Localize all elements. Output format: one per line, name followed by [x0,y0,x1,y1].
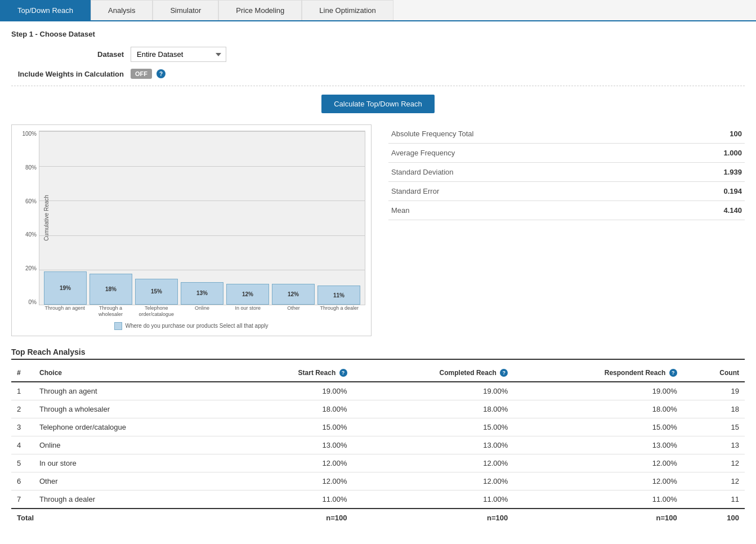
reach-cell-3-2: 13.00% [231,436,353,454]
weights-label: Include Weights in Calculation [11,70,124,78]
tab-bar: Top/Down Reach Analysis Simulator Price … [0,0,756,21]
reach-cell-4-5: 12 [683,454,745,472]
y-axis-labels: 100% 80% 60% 40% 20% 0% [17,131,39,305]
tab-analysis[interactable]: Analysis [91,0,153,20]
reach-row-3: 4Online13.00%13.00%13.00%13 [11,436,745,454]
reach-cell-2-2: 15.00% [231,418,353,436]
reach-cell-3-5: 13 [683,436,745,454]
reach-cell-5-0: 6 [11,472,34,491]
calculate-button[interactable]: Calculate Top/Down Reach [321,95,435,113]
bar-col-3: 13% [181,131,223,305]
x-label-1: Through a wholesaler [89,305,132,318]
weights-help-icon[interactable]: ? [156,69,165,78]
reach-row-0: 1Through an agent19.00%19.00%19.00%19 [11,382,745,400]
total-respondent: n=100 [513,509,683,527]
reach-row-5: 6Other12.00%12.00%12.00%12 [11,472,745,491]
tab-line-optimization[interactable]: Line Optimization [302,0,393,20]
reach-cell-5-3: 12.00% [353,472,514,491]
start-reach-info[interactable]: ? [339,369,347,377]
reach-cell-0-5: 19 [683,382,745,400]
reach-cell-3-1: Online [34,436,231,454]
reach-table: # Choice Start Reach ? Completed Reach ?… [11,364,745,527]
reach-analysis-section: Top Reach Analysis # Choice Start Reach … [11,347,745,527]
reach-cell-1-2: 18.00% [231,400,353,418]
reach-analysis-title: Top Reach Analysis [11,347,745,360]
stat-label-0: Absolute Frequency Total [388,124,669,144]
reach-cell-1-0: 2 [11,400,34,418]
reach-cell-0-3: 19.00% [353,382,514,400]
reach-row-1: 2Through a wholesaler18.00%18.00%18.00%1… [11,400,745,418]
bar-col-0: 19% [44,131,87,305]
weights-toggle-container: OFF ? [131,69,165,79]
col-completed-reach: Completed Reach ? [353,364,514,382]
tab-simulator[interactable]: Simulator [153,0,218,20]
bar-col-2: 15% [135,131,178,305]
step-header: Step 1 - Choose Dataset [11,30,745,38]
chart-legend: Where do you purchase our products Selec… [17,322,365,330]
stat-value-0: 100 [669,124,745,144]
reach-cell-1-4: 18.00% [513,400,683,418]
reach-row-6: 7Through a dealer11.00%11.00%11.00%11 [11,491,745,509]
reach-cell-0-0: 1 [11,382,34,400]
legend-box [114,322,122,330]
reach-cell-5-5: 12 [683,472,745,491]
x-label-4: In our store [226,305,269,318]
reach-cell-0-2: 19.00% [231,382,353,400]
x-label-5: Other [272,305,315,318]
reach-cell-5-1: Other [34,472,231,491]
stats-table: Absolute Frequency Total100Average Frequ… [388,124,745,220]
reach-row-4: 5In our store12.00%12.00%12.00%12 [11,454,745,472]
x-label-0: Through an agent [43,305,86,318]
bar-col-5: 12% [272,131,315,305]
weights-row: Include Weights in Calculation OFF ? [11,69,745,79]
completed-reach-info[interactable]: ? [500,369,508,377]
col-respondent-reach: Respondent Reach ? [513,364,683,382]
x-labels: Through an agentThrough a wholesalerTele… [39,305,365,318]
chart-stats-row: 100% 80% 60% 40% 20% 0% Cumulative Reach [11,124,745,336]
stat-value-3: 0.194 [669,182,745,201]
reach-cell-3-0: 4 [11,436,34,454]
reach-cell-6-2: 11.00% [231,491,353,509]
stat-value-1: 1.000 [669,144,745,163]
bar-col-6: 11% [317,131,360,305]
reach-cell-6-0: 7 [11,491,34,509]
stat-label-2: Standard Deviation [388,163,669,182]
bar-rect-5: 12% [272,284,315,305]
reach-cell-6-1: Through a dealer [34,491,231,509]
stat-row-3: Standard Error0.194 [388,182,745,201]
col-start-reach: Start Reach ? [231,364,353,382]
reach-cell-4-3: 12.00% [353,454,514,472]
reach-cell-2-4: 15.00% [513,418,683,436]
stat-row-0: Absolute Frequency Total100 [388,124,745,144]
bar-rect-4: 12% [226,284,269,305]
reach-cell-4-4: 12.00% [513,454,683,472]
weights-toggle[interactable]: OFF [131,69,152,79]
respondent-reach-info[interactable]: ? [669,369,677,377]
stat-row-2: Standard Deviation1.939 [388,163,745,182]
reach-cell-0-4: 19.00% [513,382,683,400]
stat-row-1: Average Frequency1.000 [388,144,745,163]
reach-cell-3-4: 13.00% [513,436,683,454]
total-label: Total [11,509,231,527]
stat-label-1: Average Frequency [388,144,669,163]
tab-topdown[interactable]: Top/Down Reach [0,0,91,20]
reach-cell-2-3: 15.00% [353,418,514,436]
main-content: Step 1 - Choose Dataset Dataset Entire D… [0,21,756,535]
reach-cell-4-1: In our store [34,454,231,472]
bar-rect-6: 11% [317,286,360,305]
reach-cell-6-3: 11.00% [353,491,514,509]
tab-price-modeling[interactable]: Price Modeling [218,0,302,20]
dataset-label: Dataset [11,50,124,59]
col-count: Count [683,364,745,382]
y-label-100: 100% [22,131,37,137]
bar-rect-1: 18% [90,274,132,305]
dataset-select[interactable]: Entire Dataset Dataset 1 Dataset 2 [131,47,226,62]
reach-cell-3-3: 13.00% [353,436,514,454]
reach-cell-5-2: 12.00% [231,472,353,491]
chart-area: Cumulative Reach 19%18%15%13%12%12%11% [39,131,365,305]
total-count: 100 [683,509,745,527]
stat-label-4: Mean [388,201,669,220]
reach-cell-4-2: 12.00% [231,454,353,472]
y-label-40: 40% [25,231,37,238]
reach-cell-6-5: 11 [683,491,745,509]
